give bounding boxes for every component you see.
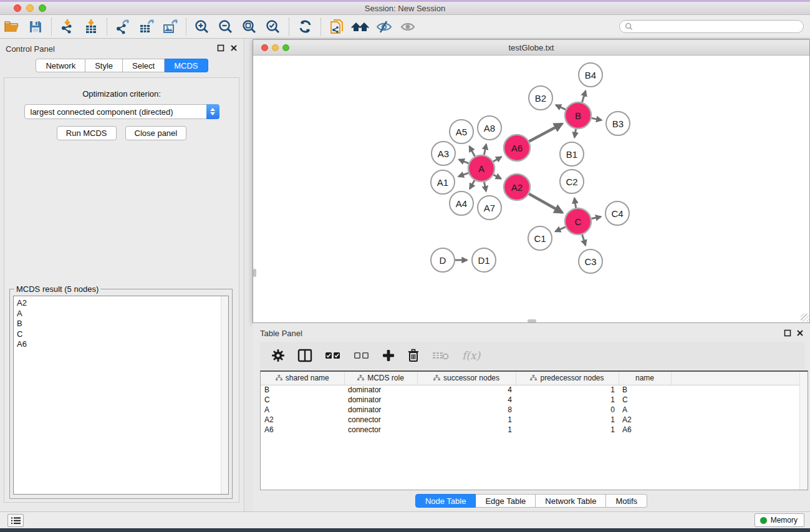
table-cell[interactable]: 8	[417, 405, 516, 415]
float-table-panel-icon[interactable]	[784, 329, 791, 337]
table-cell[interactable]	[671, 415, 808, 425]
graph-edge-B-B1[interactable]	[574, 129, 576, 138]
table-cell[interactable]: B	[261, 385, 344, 395]
open-file-button[interactable]	[0, 17, 24, 37]
table-cell[interactable]: 1	[417, 425, 516, 435]
deselect-all-button[interactable]	[354, 351, 370, 360]
table-cell[interactable]: A6	[619, 425, 671, 435]
table-cell[interactable]: 4	[417, 385, 516, 395]
graph-edge-A-A2[interactable]	[493, 175, 501, 178]
refresh-button[interactable]	[293, 17, 317, 37]
table-cell[interactable]: B	[619, 385, 671, 395]
tab-mcds[interactable]: MCDS	[165, 59, 208, 72]
close-table-panel-icon[interactable]	[796, 329, 804, 337]
mcds-result-item[interactable]: A2	[17, 298, 228, 309]
tab-network-table[interactable]: Network Table	[536, 494, 606, 508]
graph-edge-A-A6[interactable]	[493, 157, 501, 162]
table-cell[interactable]: connector	[344, 425, 417, 435]
mcds-result-list[interactable]: A2ABCA6	[13, 296, 229, 495]
graph-node-A8[interactable]: A8	[478, 116, 501, 140]
zoom-out-button[interactable]	[214, 17, 238, 37]
search-input[interactable]	[636, 22, 798, 31]
window-resize-grip[interactable]	[801, 314, 809, 322]
column-header-predecessor-nodes[interactable]: predecessor nodes	[516, 372, 619, 385]
network-canvas[interactable]: B4B2BB3B1A5A8A6A3AA1C2A2A4A7C4CC1C3DD1	[253, 56, 809, 322]
home-pages-button[interactable]	[349, 17, 372, 37]
table-settings-button[interactable]	[271, 349, 285, 362]
graph-edge-C-C4[interactable]	[592, 216, 601, 218]
delete-column-button[interactable]	[407, 349, 420, 362]
float-panel-icon[interactable]	[217, 44, 224, 52]
table-cell[interactable]: A2	[261, 415, 344, 425]
mcds-result-item[interactable]: A6	[17, 339, 228, 350]
graph-node-C1[interactable]: C1	[528, 226, 552, 250]
zoom-selected-button[interactable]	[261, 17, 285, 37]
tab-style[interactable]: Style	[85, 59, 123, 72]
graph-edge-A-A4[interactable]	[470, 180, 475, 188]
table-cell[interactable]: 1	[516, 385, 619, 395]
tab-network[interactable]: Network	[36, 59, 85, 72]
run-mcds-button[interactable]: Run MCDS	[57, 126, 117, 140]
table-cell[interactable]: C	[261, 395, 344, 405]
table-cell[interactable]	[671, 425, 808, 435]
table-cell[interactable]: A	[261, 405, 344, 415]
result-scrollbar[interactable]	[221, 296, 228, 494]
graph-node-A3[interactable]: A3	[432, 142, 455, 165]
graph-node-A4[interactable]: A4	[450, 191, 473, 215]
canvas-vertical-scrollbar[interactable]	[253, 269, 256, 277]
optimization-criterion-dropdown[interactable]: largest connected component (directed)	[24, 104, 219, 119]
table-cell[interactable]	[671, 405, 808, 415]
add-column-button[interactable]	[382, 349, 395, 362]
export-network-button[interactable]	[111, 17, 135, 37]
column-header-name[interactable]: name	[619, 372, 671, 385]
graph-node-D1[interactable]: D1	[472, 248, 496, 272]
network-graph[interactable]: B4B2BB3B1A5A8A6A3AA1C2A2A4A7C4CC1C3DD1	[253, 56, 809, 322]
graph-node-A1[interactable]: A1	[431, 170, 455, 194]
table-cell[interactable]	[671, 395, 808, 405]
tab-motifs[interactable]: Motifs	[606, 494, 647, 508]
table-cell[interactable]: C	[619, 395, 671, 405]
table-cell[interactable]: 1	[516, 415, 619, 425]
table-cell[interactable]: A6	[261, 425, 344, 435]
tab-node-table[interactable]: Node Table	[415, 494, 476, 508]
search-field[interactable]	[619, 20, 804, 33]
table-row[interactable]: Adominator80A	[261, 405, 808, 415]
column-header-successor-nodes[interactable]: successor nodes	[417, 372, 516, 385]
graph-edge-B-B4[interactable]	[582, 91, 586, 102]
graph-node-A5[interactable]: A5	[450, 120, 473, 143]
graph-node-C[interactable]: C	[565, 208, 591, 235]
column-header-shared-name[interactable]: shared name	[261, 372, 344, 385]
graph-node-B4[interactable]: B4	[579, 63, 602, 87]
table-cell[interactable]: A2	[619, 415, 671, 425]
graph-node-A[interactable]: A	[468, 155, 494, 181]
network-window-titlebar[interactable]: testGlobe.txt	[253, 40, 809, 56]
graph-node-A2[interactable]: A2	[504, 174, 530, 200]
tab-edge-table[interactable]: Edge Table	[476, 494, 536, 508]
graph-edge-A-A5[interactable]	[470, 147, 475, 157]
table-scrollbar[interactable]	[799, 372, 808, 490]
graph-edge-C-C1[interactable]	[556, 227, 566, 231]
import-network-button[interactable]	[55, 17, 79, 37]
table-row[interactable]: Bdominator41B	[261, 385, 808, 395]
graph-node-D[interactable]: D	[431, 248, 455, 272]
graph-edge-A-A8[interactable]	[484, 144, 486, 155]
mcds-result-item[interactable]: A	[17, 309, 228, 319]
canvas-horizontal-scrollbar[interactable]	[528, 319, 536, 322]
select-all-button[interactable]	[325, 351, 341, 360]
new-session-from-network-button[interactable]	[325, 17, 349, 37]
tab-select[interactable]: Select	[123, 59, 165, 72]
close-panel-button[interactable]: Close panel	[125, 126, 187, 140]
graph-node-C2[interactable]: C2	[560, 170, 584, 193]
node-table[interactable]: shared name MCDS role successor nodes pr…	[261, 372, 808, 435]
graph-node-C4[interactable]: C4	[605, 201, 629, 225]
table-row[interactable]: Cdominator41C	[261, 395, 808, 405]
graph-edge-B-B3[interactable]	[592, 118, 602, 120]
mcds-result-item[interactable]: B	[17, 319, 228, 329]
table-row[interactable]: A2connector11A2	[261, 415, 808, 425]
table-cell[interactable]: 1	[516, 395, 619, 405]
show-eye-button[interactable]	[396, 17, 420, 37]
table-cell[interactable]: 0	[516, 405, 619, 415]
export-table-button[interactable]	[135, 17, 158, 37]
table-cell[interactable]: dominator	[344, 405, 417, 415]
close-panel-icon[interactable]	[230, 44, 238, 52]
